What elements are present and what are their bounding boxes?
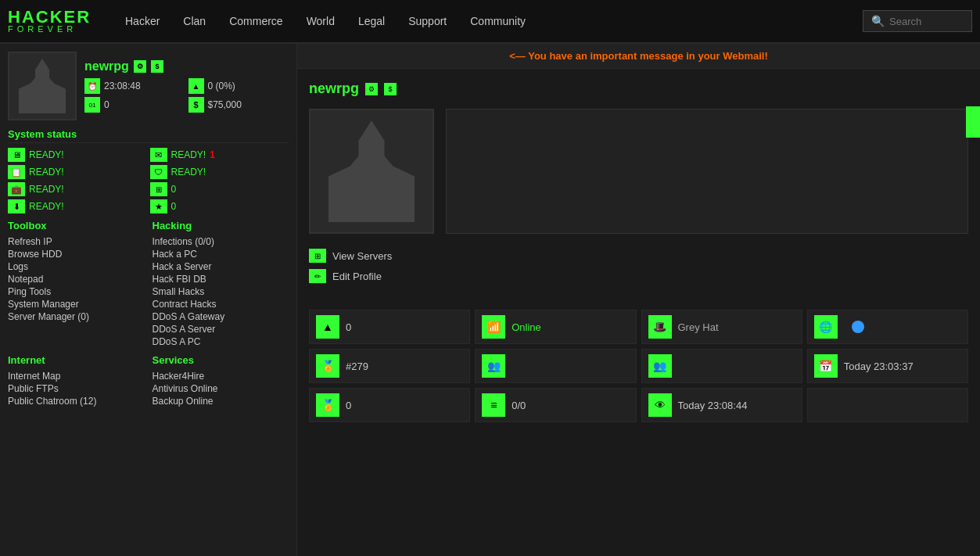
right-tab[interactable] — [966, 106, 980, 138]
stat-card-hat: 🎩 Grey Hat — [641, 310, 802, 344]
internet-map[interactable]: Internet Map — [8, 370, 145, 382]
stat-card-empty — [807, 388, 968, 422]
status-shield: READY! — [150, 165, 289, 179]
avatar-large-image — [328, 120, 415, 222]
hack-fbi[interactable]: Hack FBI DB — [153, 273, 289, 285]
hack-pc[interactable]: Hack a PC — [153, 248, 289, 260]
hack-ddos-server[interactable]: DDoS A Server — [153, 323, 289, 335]
nav-community[interactable]: Community — [470, 15, 526, 27]
webmail-prefix: <— You have an — [509, 50, 590, 62]
stat-card-calendar: 📅 Today 23:03:37 — [807, 349, 968, 383]
view-servers-link[interactable]: ⊞ View Servers — [309, 246, 968, 266]
users1-icon: 👥 — [482, 354, 505, 378]
hack-ddos-pc[interactable]: DDoS A PC — [153, 335, 289, 348]
service-antivirus[interactable]: Antivirus Online — [153, 382, 289, 395]
nav-support[interactable]: Support — [408, 15, 447, 27]
rank-icon: ▲ — [316, 315, 339, 339]
edit-profile-label: Edit Profile — [332, 271, 382, 282]
envelope-icon — [150, 148, 167, 162]
service-backup[interactable]: Backup Online — [153, 395, 289, 407]
status-case: READY! — [8, 182, 147, 196]
content-money-icon: $ — [384, 83, 397, 95]
stat-xp: 0 (0%) — [188, 78, 289, 94]
xp-icon — [188, 78, 204, 94]
monitor-icon — [8, 148, 25, 162]
edit-profile-link[interactable]: ✏ Edit Profile — [309, 266, 968, 286]
profile-settings-icon[interactable]: ⚙ — [134, 60, 146, 73]
search-input[interactable] — [889, 16, 967, 27]
nav-clan[interactable]: Clan — [183, 15, 206, 27]
hack-small[interactable]: Small Hacks — [153, 285, 289, 298]
rank-value: 0 — [346, 321, 351, 333]
book-icon — [8, 165, 25, 179]
system-status-title: System status — [8, 128, 289, 143]
status-email: READY! 1 — [150, 148, 289, 162]
stat-bits: 0 — [84, 97, 185, 113]
stat-card-lastseen: 👁 Today 23:08:44 — [641, 388, 802, 422]
top-navigation: HACKER FOREVER Hacker Clan Commerce Worl… — [0, 0, 980, 44]
search-bar: 🔍 — [863, 10, 972, 32]
lastseen-value: Today 23:08:44 — [678, 400, 748, 411]
profile-right-panel — [446, 109, 968, 234]
search-icon: 🔍 — [871, 15, 885, 27]
badge-icon: 🏅 — [316, 393, 339, 417]
hack-server[interactable]: Hack a Server — [153, 260, 289, 273]
profile-content: newrpg ⚙ $ ⊞ View Servers ✏ Edit Pr — [297, 69, 980, 310]
webmail-banner: <— You have an important message in your… — [297, 44, 980, 69]
download-icon — [8, 199, 25, 213]
globe-icon: 🌐 — [814, 315, 838, 339]
hack-infections[interactable]: Infections (0/0) — [153, 235, 289, 248]
toolbox-title: Toolbox — [8, 220, 145, 231]
nav-legal[interactable]: Legal — [358, 15, 385, 27]
nav-world[interactable]: World — [307, 15, 335, 27]
wifi-icon: 📶 — [482, 315, 505, 339]
stat-time: 23:08:48 — [84, 78, 185, 94]
webmail-highlight[interactable]: important message in your Webmail — [590, 50, 764, 62]
clock-icon — [84, 78, 100, 94]
status-download: READY! — [8, 199, 147, 213]
profile-avatar-large — [309, 109, 434, 234]
status-notebook: READY! — [8, 165, 147, 179]
award-icon: 🏅 — [316, 354, 339, 378]
toolbox-server-manager[interactable]: Server Manager (0) — [8, 310, 145, 323]
nav-links: Hacker Clan Commerce World Legal Support… — [109, 15, 863, 27]
stat-card-users2: 👥 — [641, 349, 802, 383]
content-area: <— You have an important message in your… — [297, 44, 980, 556]
case-icon — [8, 182, 25, 196]
records-value: 0/0 — [512, 400, 526, 411]
hack-ddos-gateway[interactable]: DDoS A Gateway — [153, 310, 289, 323]
stat-card-online: 📶 Online — [475, 310, 636, 344]
records-icon: ≡ — [482, 393, 505, 417]
internet-section: Internet Internet Map Public FTPs Public… — [8, 354, 145, 407]
toolbox-notepad[interactable]: Notepad — [8, 273, 145, 285]
toolbox-ping[interactable]: Ping Tools — [8, 285, 145, 298]
internet-title: Internet — [8, 354, 145, 366]
globe-overlay-icon — [852, 321, 864, 333]
nav-commerce[interactable]: Commerce — [229, 15, 282, 27]
users2-icon: 👥 — [648, 354, 672, 378]
content-settings-icon[interactable]: ⚙ — [365, 83, 378, 95]
toolbox-refresh-ip[interactable]: Refresh IP — [8, 235, 145, 248]
toolbox-hacking: Toolbox Refresh IP Browse HDD Logs Notep… — [8, 220, 289, 348]
main-layout: newrpg ⚙ $ 23:08:48 0 (0%) 0 — [0, 44, 980, 556]
star-icon — [150, 199, 167, 213]
online-value: Online — [512, 321, 541, 333]
shield-icon — [150, 165, 167, 179]
stat-money: $75,000 — [188, 97, 289, 113]
stat-card-badge: 🏅 0 — [309, 388, 470, 422]
nav-hacker[interactable]: Hacker — [125, 15, 160, 27]
internet-ftps[interactable]: Public FTPs — [8, 382, 145, 395]
toolbox-browse-hdd[interactable]: Browse HDD — [8, 248, 145, 260]
service-hacker4hire[interactable]: Hacker4Hire — [153, 370, 289, 382]
calendar-value: Today 23:03:37 — [844, 361, 914, 372]
toolbox-system-manager[interactable]: System Manager — [8, 298, 145, 310]
internet-chatroom[interactable]: Public Chatroom (12) — [8, 395, 145, 407]
hacking-title: Hacking — [153, 220, 289, 231]
hack-contract[interactable]: Contract Hacks — [153, 298, 289, 310]
stat-card-rank: ▲ 0 — [309, 310, 470, 344]
sidebar-profile: newrpg ⚙ $ 23:08:48 0 (0%) 0 — [8, 52, 289, 120]
stats-bottom: ▲ 0 📶 Online 🎩 Grey Hat 🌐 🏅 #279 — [297, 310, 980, 434]
logo-subtitle: FOREVER — [8, 24, 109, 34]
profile-money-icon: $ — [151, 60, 163, 73]
toolbox-logs[interactable]: Logs — [8, 260, 145, 273]
